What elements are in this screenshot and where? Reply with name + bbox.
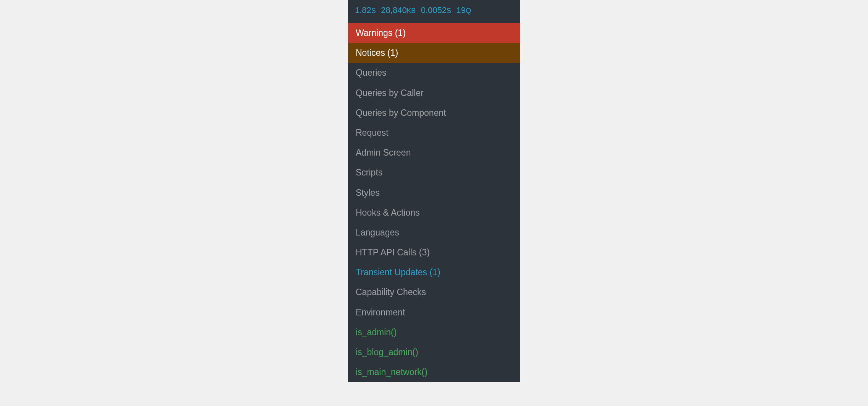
menu-queries-by-caller[interactable]: Queries by Caller — [348, 83, 520, 103]
stat-load-time: 1.82S — [355, 5, 376, 15]
menu-item-label: Languages — [356, 227, 399, 237]
stat-query-count-unit: Q — [466, 7, 471, 15]
menu-item-label: is_admin() — [356, 327, 397, 337]
query-monitor-panel: 1.82S 28,840KB 0.0052S 19Q Warnings (1) … — [348, 0, 520, 382]
stat-memory: 28,840KB — [381, 5, 415, 15]
menu-item-label: Hooks & Actions — [356, 208, 419, 218]
menu-item-label: Scripts — [356, 167, 382, 177]
menu-notices[interactable]: Notices (1) — [348, 43, 520, 63]
menu-is-blog-admin[interactable]: is_blog_admin() — [348, 342, 520, 362]
stats-bar[interactable]: 1.82S 28,840KB 0.0052S 19Q — [348, 0, 520, 23]
menu-request[interactable]: Request — [348, 123, 520, 143]
stat-memory-unit: KB — [407, 7, 416, 15]
menu-environment[interactable]: Environment — [348, 302, 520, 322]
menu-warnings[interactable]: Warnings (1) — [348, 23, 520, 43]
menu-item-label: is_blog_admin() — [356, 347, 418, 357]
menu-item-label: Notices (1) — [356, 48, 398, 58]
stat-load-time-value: 1.82 — [355, 5, 371, 15]
menu-is-admin[interactable]: is_admin() — [348, 322, 520, 342]
menu-item-label: Request — [356, 128, 389, 138]
menu-hooks-actions[interactable]: Hooks & Actions — [348, 203, 520, 222]
menu-languages[interactable]: Languages — [348, 222, 520, 242]
menu-scripts[interactable]: Scripts — [348, 162, 520, 182]
menu-item-label: Styles — [356, 188, 380, 198]
menu-styles[interactable]: Styles — [348, 183, 520, 203]
stat-query-count-value: 19 — [456, 5, 465, 15]
menu-transient-updates[interactable]: Transient Updates (1) — [348, 262, 520, 282]
menu-item-label: Queries by Component — [356, 108, 446, 118]
menu-is-main-network[interactable]: is_main_network() — [348, 362, 520, 382]
menu-item-label: Warnings (1) — [356, 28, 406, 38]
menu-item-label: Capability Checks — [356, 287, 426, 297]
menu-item-label: Admin Screen — [356, 148, 411, 158]
stat-memory-value: 28,840 — [381, 5, 406, 15]
menu-queries[interactable]: Queries — [348, 63, 520, 83]
stat-query-time-value: 0.0052 — [421, 5, 447, 15]
menu-item-label: is_main_network() — [356, 367, 428, 377]
stat-load-time-unit: S — [371, 7, 376, 15]
stat-query-time: 0.0052S — [421, 5, 451, 15]
menu-item-label: Environment — [356, 307, 405, 317]
stat-query-time-unit: S — [447, 7, 451, 15]
menu-item-label: Queries by Caller — [356, 88, 424, 98]
menu-admin-screen[interactable]: Admin Screen — [348, 143, 520, 162]
menu-http-api-calls[interactable]: HTTP API Calls (3) — [348, 242, 520, 262]
menu-queries-by-component[interactable]: Queries by Component — [348, 103, 520, 123]
qm-menu: Warnings (1) Notices (1) Queries Queries… — [348, 23, 520, 382]
stat-query-count: 19Q — [456, 5, 471, 15]
menu-item-label: Transient Updates (1) — [356, 267, 440, 277]
menu-item-label: Queries — [356, 68, 387, 78]
menu-item-label: HTTP API Calls (3) — [356, 247, 430, 257]
menu-capability-checks[interactable]: Capability Checks — [348, 282, 520, 302]
